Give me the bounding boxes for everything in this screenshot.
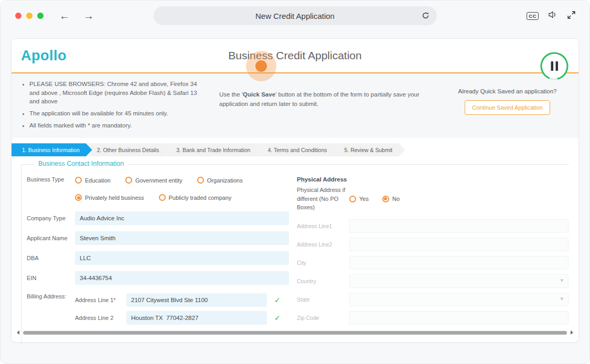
wizard-steps: 1. Business Information 2. Other Busines… [12,143,578,156]
radio-label: Education [85,177,111,184]
ein-input[interactable] [75,271,289,285]
valid-check-icon: ✓ [274,296,281,304]
physical-address-line2-label: Address Line2 [297,241,349,248]
radio-label: Yes [359,196,369,202]
browser-window: ← → New Credit Application CC [0,0,590,364]
radio-option-no[interactable]: No [382,196,400,202]
ein-label: EIN [27,275,75,281]
physical-address-title: Physical Address [297,176,569,183]
speaker-icon[interactable] [548,10,557,21]
address-line1-label: Address Line 1* [75,297,126,303]
pause-recording-button[interactable] [540,51,569,81]
scroll-right-arrow[interactable] [571,330,573,335]
maximize-window-button[interactable] [37,13,44,19]
radio-option-privately-held-business[interactable]: Privately held business [75,194,144,201]
radio-selected-icon [382,196,389,202]
notice-item: The application will be available for 45… [29,109,197,118]
application-page: Apollo Business Credit Application PLEAS… [11,38,579,342]
physical-city-input-disabled [349,256,568,270]
tab-bank-and-trade-information[interactable]: 3. Bank and Trade Information [166,143,263,156]
physical-address-different-options: Yes No [349,196,400,202]
quick-save-hint: Use the 'Quick Save' button at the botto… [219,80,432,133]
tab-review-and-submit[interactable]: 5. Review & Submit [334,143,405,156]
billing-address-line2-input[interactable] [126,311,267,325]
closed-captions-icon[interactable]: CC [527,12,539,20]
fullscreen-icon[interactable] [567,10,576,22]
business-contact-section: Business Contact Information Business Ty… [21,164,569,346]
radio-label: Publicly traded company [169,195,232,201]
scroll-left-arrow[interactable] [17,330,19,335]
instructions-panel: PLEASE USE BROWSERS: Chrome 42 and above… [12,73,578,138]
radio-option-yes[interactable]: Yes [349,196,369,202]
physical-city-label: City [297,260,349,266]
physical-country-select-disabled [349,274,568,288]
back-button[interactable]: ← [59,10,70,21]
applicant-name-label: Applicant Name [27,235,75,241]
applicant-name-input[interactable] [75,231,289,245]
window-controls [15,13,44,19]
physical-address-line2-input-disabled [349,238,568,251]
page-title: Business Credit Application [12,49,578,62]
tab-other-business-details[interactable]: 2. Other Business Details [87,143,171,156]
valid-check-icon: ✓ [274,314,281,322]
radio-selected-icon [75,194,82,201]
browser-toolbar: ← → New Credit Application CC [1,1,589,31]
radio-label: No [392,196,400,202]
tab-terms-and-conditions[interactable]: 4. Terms and Conditions [257,143,339,156]
physical-address-line1-input-disabled [349,219,568,233]
saved-application-question: Already Quick Saved an application? [446,88,569,94]
radio-option-organizations[interactable]: Organizations [197,177,243,184]
address-bar[interactable]: New Credit Application [154,6,437,25]
quick-save-hint-bold: Quick Save [243,91,275,98]
radio-label: Organizations [207,177,243,184]
physical-state-label: State [297,296,349,303]
refresh-icon[interactable] [421,11,430,22]
physical-state-select-disabled [349,293,568,306]
radio-icon [75,177,82,184]
tab-business-information[interactable]: 1. Business Information [12,143,92,156]
dba-label: DBA [27,255,75,261]
forward-button[interactable]: → [83,10,94,21]
radio-icon [159,194,166,201]
scrollbar-thumb[interactable] [23,331,567,335]
radio-icon [125,177,132,184]
close-window-button[interactable] [15,13,22,19]
business-type-options: Education Government entity Organization… [75,176,243,201]
browser-requirements-list: PLEASE USE BROWSERS: Chrome 42 and above… [21,80,197,133]
radio-option-government-entity[interactable]: Government entity [125,177,183,184]
billing-address-line1-input[interactable] [126,293,267,307]
radio-label: Government entity [135,177,183,184]
dba-input[interactable] [75,251,289,265]
page-title-text: New Credit Application [255,12,335,20]
address-line2-label: Address Line 2 [75,315,126,321]
required-asterisk: * [113,297,115,303]
radio-option-publicly-traded-company[interactable]: Publicly traded company [159,194,232,201]
physical-zipcode-label: Zip Code [297,315,349,321]
radio-label: Privately held business [85,195,144,201]
physical-country-label: Country [297,278,349,284]
radio-icon [197,177,204,184]
company-type-input[interactable] [75,211,289,225]
minimize-window-button[interactable] [26,13,33,19]
physical-address-different-label: Physical Address if different (No PO Box… [297,186,349,212]
section-title: Business Contact Information [34,160,128,167]
billing-address-label: Billing Address: [27,293,75,299]
continue-saved-application-button[interactable]: Continue Saved Application [465,100,550,115]
radio-option-education[interactable]: Education [75,177,111,184]
address-line1-label-text: Address Line 1 [75,297,113,303]
physical-address-line1-label: Address Line1 [297,223,349,229]
radio-icon [349,196,356,202]
quick-save-hint-pre: Use the ' [219,91,243,98]
page-header: Apollo Business Credit Application [12,39,578,73]
notice-item: PLEASE USE BROWSERS: Chrome 42 and above… [29,80,197,106]
company-type-label: Company Type [27,215,75,221]
business-type-label: Business Type [27,176,75,183]
physical-zipcode-input-disabled [349,311,568,325]
notice-item: All fields marked with * are mandatory. [29,121,197,130]
horizontal-scrollbar [17,329,573,336]
